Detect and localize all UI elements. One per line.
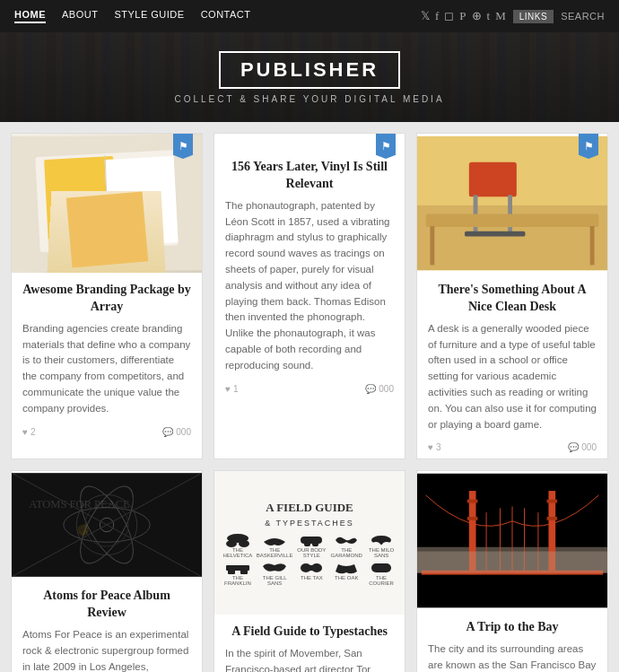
desk-likes[interactable]: ♥ 3 bbox=[428, 442, 441, 452]
nav-right: 𝕏 f ◻ P ⊕ t M LINKS SEARCH bbox=[421, 9, 605, 23]
typestache-image-subtitle: & TYPESTACHES bbox=[265, 519, 354, 528]
site-title: PUBLISHER bbox=[219, 51, 400, 89]
bookmark-vinyl[interactable]: ⚑ bbox=[376, 134, 396, 159]
mustache-4: THE GARAMOND bbox=[330, 533, 362, 558]
tumblr-icon[interactable]: t bbox=[487, 9, 491, 23]
svg-rect-40 bbox=[371, 563, 391, 572]
mustache-1: THE HELVETICA bbox=[222, 533, 254, 558]
card-vinyl-title: 156 Years Later, Vinyl Is Still Relevant bbox=[225, 159, 394, 193]
bridge-svg bbox=[417, 471, 607, 610]
svg-rect-48 bbox=[547, 500, 558, 503]
card-desk-text: A desk is a generally wooded piece of fu… bbox=[428, 321, 597, 433]
card-bay: A Trip to the Bay The city and its surro… bbox=[416, 470, 608, 672]
card-atoms-title: Atoms for Peace Album Review bbox=[22, 588, 191, 622]
rss-icon[interactable]: M bbox=[495, 9, 506, 23]
svg-rect-13 bbox=[590, 226, 595, 265]
mustache-3: OUR BODY STYLE bbox=[295, 533, 327, 558]
card-bay-image bbox=[417, 471, 607, 610]
branding-likes[interactable]: ♥ 2 bbox=[22, 427, 36, 437]
mustache-6: THE FRANKLIN bbox=[222, 561, 254, 586]
pinterest-icon[interactable]: P bbox=[459, 9, 466, 23]
svg-rect-47 bbox=[467, 517, 478, 520]
mustache-5: THE MILO SANS bbox=[365, 533, 397, 558]
card-typestaches-text: In the spirit of Movember, San Francisco… bbox=[225, 646, 394, 672]
vinyl-likes[interactable]: ♥ 1 bbox=[225, 384, 239, 394]
svg-text:ATOMS FOR PEACE: ATOMS FOR PEACE bbox=[29, 498, 130, 511]
atoms-svg: ATOMS FOR PEACE ✊ bbox=[12, 471, 202, 579]
svg-rect-7 bbox=[469, 162, 517, 197]
typestache-image-title: A FIELD GUIDE bbox=[266, 501, 353, 515]
social-icons: 𝕏 f ◻ P ⊕ t M bbox=[421, 9, 506, 23]
svg-rect-11 bbox=[426, 214, 599, 227]
nav-left: HOME ABOUT STYLE GUIDE CONTACT bbox=[14, 9, 251, 23]
mustache-grid: THE HELVETICA THE BASKERVILLE OUR BODY S… bbox=[222, 533, 397, 586]
card-typestaches-image: A FIELD GUIDE & TYPESTACHES THE HELVETIC… bbox=[214, 471, 405, 615]
bookmark-branding[interactable]: ⚑ bbox=[173, 134, 193, 159]
mustache-8: THE TAX bbox=[295, 561, 327, 586]
card-typestaches: A FIELD GUIDE & TYPESTACHES THE HELVETIC… bbox=[214, 470, 405, 672]
site-subtitle: COLLECT & SHARE YOUR DIGITAL MEDIA bbox=[174, 94, 444, 104]
svg-rect-39 bbox=[309, 565, 314, 571]
mustache-2: THE BASKERVILLE bbox=[257, 533, 293, 558]
svg-point-27 bbox=[239, 540, 249, 547]
card-bay-body: A Trip to the Bay The city and its surro… bbox=[417, 610, 607, 672]
card-typestaches-body: A Field Guide to Typestaches In the spir… bbox=[214, 615, 405, 672]
nav-style-guide[interactable]: STYLE GUIDE bbox=[114, 9, 184, 23]
svg-text:✊: ✊ bbox=[76, 523, 91, 537]
mustache-9: THE OAK bbox=[330, 561, 362, 586]
svg-point-26 bbox=[226, 540, 237, 547]
svg-rect-28 bbox=[301, 537, 322, 544]
card-atoms-image: ATOMS FOR PEACE ✊ bbox=[12, 471, 202, 579]
card-vinyl-text: The phonautograph, patented by Léon Scot… bbox=[225, 198, 394, 374]
card-vinyl-body: 156 Years Later, Vinyl Is Still Relevant… bbox=[214, 134, 405, 380]
svg-rect-12 bbox=[430, 226, 434, 265]
card-desk-title: There's Something About A Nice Clean Des… bbox=[428, 282, 597, 316]
card-branding-footer: ♥ 2 💬 000 bbox=[12, 423, 202, 443]
mustache-10: THE COURIER bbox=[365, 561, 397, 586]
card-vinyl: ⚑ 156 Years Later, Vinyl Is Still Releva… bbox=[214, 133, 405, 459]
vinyl-comments[interactable]: 💬 000 bbox=[365, 384, 394, 394]
mustache-7: THE GILL SANS bbox=[257, 561, 293, 586]
card-bay-text: The city and its surrounding areas are k… bbox=[428, 641, 597, 672]
card-branding-title: Awesome Branding Package by Array bbox=[22, 282, 191, 316]
navigation: HOME ABOUT STYLE GUIDE CONTACT 𝕏 f ◻ P ⊕… bbox=[0, 0, 619, 32]
svg-rect-30 bbox=[312, 542, 318, 546]
instagram-icon[interactable]: ◻ bbox=[444, 9, 454, 23]
links-button[interactable]: LINKS bbox=[513, 10, 554, 23]
svg-rect-3 bbox=[105, 156, 179, 246]
card-typestaches-title: A Field Guide to Typestaches bbox=[225, 624, 394, 641]
nav-contact[interactable]: CONTACT bbox=[201, 9, 251, 23]
card-atoms-text: Atoms For Peace is an experimental rock … bbox=[22, 627, 191, 672]
twitter-icon[interactable]: 𝕏 bbox=[421, 9, 430, 23]
google-icon[interactable]: ⊕ bbox=[472, 9, 482, 23]
search-button[interactable]: SEARCH bbox=[561, 11, 605, 22]
svg-rect-29 bbox=[304, 542, 310, 546]
desk-comments[interactable]: 💬 000 bbox=[568, 442, 597, 452]
card-desk: ⚑ There's Something About A Nice Clean D… bbox=[416, 133, 608, 459]
card-bay-title: A Trip to the Bay bbox=[428, 619, 597, 636]
svg-rect-36 bbox=[240, 569, 248, 574]
card-branding-text: Branding agencies create branding materi… bbox=[22, 321, 191, 417]
card-branding-body: Awesome Branding Package by Array Brandi… bbox=[12, 273, 202, 423]
main-grid: ⚑ Awesome Branding Package by Array Bran… bbox=[0, 122, 619, 672]
svg-rect-10 bbox=[465, 231, 525, 237]
card-atoms-body: Atoms for Peace Album Review Atoms For P… bbox=[12, 579, 202, 672]
nav-about[interactable]: ABOUT bbox=[62, 9, 98, 23]
nav-home[interactable]: HOME bbox=[14, 9, 46, 23]
svg-rect-58 bbox=[417, 552, 607, 573]
card-vinyl-footer: ♥ 1 💬 000 bbox=[214, 380, 405, 400]
svg-rect-46 bbox=[467, 500, 478, 503]
facebook-icon[interactable]: f bbox=[435, 9, 439, 23]
card-desk-footer: ♥ 3 💬 000 bbox=[417, 438, 607, 458]
svg-rect-35 bbox=[228, 569, 235, 574]
card-atoms: ATOMS FOR PEACE ✊ Atoms for Peace Album … bbox=[11, 470, 203, 672]
bookmark-desk[interactable]: ⚑ bbox=[579, 134, 598, 159]
card-desk-body: There's Something About A Nice Clean Des… bbox=[417, 273, 607, 438]
svg-rect-49 bbox=[547, 517, 558, 520]
hero-section: PUBLISHER COLLECT & SHARE YOUR DIGITAL M… bbox=[0, 32, 619, 122]
card-branding: ⚑ Awesome Branding Package by Array Bran… bbox=[11, 133, 203, 459]
branding-comments[interactable]: 💬 000 bbox=[162, 427, 191, 437]
